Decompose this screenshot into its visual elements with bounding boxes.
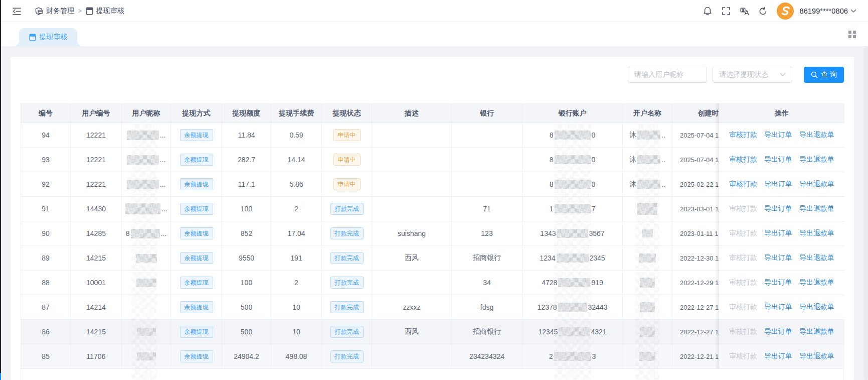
table-row: 9312221...余额提现282.714.14申请中80沐..2025-07-… [21,148,752,172]
cell-fee: 10 [271,295,322,319]
export-refund-link[interactable]: 导出退款单 [799,327,834,336]
cell-bank: 招商银行 [452,320,523,344]
column-header: 开户名称 [623,104,672,122]
column-header: 提现方式 [171,104,222,122]
censored-nickname [136,254,157,263]
account-holder-ellipsis: .. [661,180,665,188]
tab-withdraw-review[interactable]: 提现审核 [19,28,77,46]
cell-nickname [122,344,171,368]
search-icon [811,71,818,78]
cell-bank-account: 23 [523,344,623,368]
export-order-link[interactable]: 导出订单 [764,131,792,140]
bank-account-prefix: 8 [550,180,554,188]
column-header: 银行账户 [523,104,623,122]
cell-nickname [122,271,171,295]
export-refund-link[interactable]: 导出退款单 [799,155,834,164]
cell-status: 打款完成 [322,320,372,344]
withdraw-method-tag: 余额提现 [180,301,213,313]
withdraw-status-tag: 打款完成 [330,252,364,264]
review-payment-link[interactable]: 审核打款 [729,155,757,164]
withdraw-method-tag: 余额提现 [180,326,213,338]
export-order-link[interactable]: 导出订单 [764,303,792,312]
user-avatar[interactable] [777,3,794,20]
cell-account-holder [623,197,672,221]
review-payment-link: 审核打款 [729,254,757,263]
cell-account-holder [623,344,672,368]
review-payment-link[interactable]: 审核打款 [729,180,757,189]
export-refund-link[interactable]: 导出退款单 [799,204,834,213]
breadcrumb-separator: > [78,8,82,15]
censored-nickname [137,328,156,336]
export-refund-link[interactable]: 导出退款单 [799,180,834,189]
censored-bank-account [557,229,588,238]
censored-account-holder [640,327,655,337]
row-id: 87 [42,303,50,311]
account-name[interactable]: 86199****0806 [800,7,848,15]
created-time: 2022-12-30 1 [680,255,719,262]
cell-account-holder [623,246,672,270]
export-refund-link[interactable]: 导出退款单 [799,278,834,287]
user-id: 12221 [86,180,106,188]
menu-fold-icon[interactable] [10,5,23,18]
export-refund-link[interactable]: 导出退款单 [799,229,834,238]
bank-account-suffix: 32443 [588,303,608,311]
censored-account-holder [637,180,660,189]
breadcrumb-item-withdraw-review[interactable]: 提现审核 [86,7,124,16]
censored-bank-account [559,327,590,336]
censored-bank-account [555,131,591,140]
nickname-ellipsis: ... [160,131,166,139]
export-order-link[interactable]: 导出订单 [764,180,792,189]
bank-account-suffix: 0 [592,156,596,164]
account-chevron-down-icon[interactable] [850,9,856,13]
cell-withdraw-method: 余额提现 [171,271,222,295]
export-order-link[interactable]: 导出订单 [764,352,792,361]
cell-actions: 审核打款导出订单导出退款单 [719,320,844,344]
withdraw-fee: 2 [294,279,298,287]
cell-bank: 234234324 [452,344,523,368]
description: 西风 [405,327,419,336]
censored-account-holder [639,254,656,263]
export-refund-link[interactable]: 导出退款单 [799,254,834,263]
export-order-link[interactable]: 导出订单 [764,229,792,238]
cell-bank-account: 13433567 [523,221,623,245]
censored-nickname [137,352,156,360]
export-order-link[interactable]: 导出订单 [764,254,792,263]
translate-language-icon[interactable] [738,5,751,18]
export-order-link[interactable]: 导出订单 [764,278,792,287]
export-order-link[interactable]: 导出订单 [764,155,792,164]
export-order-link[interactable]: 导出订单 [764,327,792,336]
created-time: 2023-03-01 1 [680,205,719,213]
withdraw-amount: 500 [241,303,252,311]
export-refund-link[interactable]: 导出退款单 [799,352,834,361]
censored-account-holder [640,278,655,288]
withdraw-method-tag: 余额提现 [180,154,213,166]
breadcrumb: 财务管理 > 提现审核 [35,7,124,16]
export-refund-link[interactable]: 导出退款单 [799,131,834,140]
refresh-icon[interactable] [757,5,770,18]
cell-actions: 审核打款导出订单导出退款单 [719,246,844,271]
breadcrumb-item-finance[interactable]: 财务管理 [35,7,74,16]
export-refund-link[interactable]: 导出退款单 [799,303,834,312]
bank-name: 71 [483,205,491,213]
vertical-scrollbar[interactable] [864,46,868,380]
cell-actions: 审核打款导出订单导出退款单 [719,148,844,172]
cell-actions: 审核打款导出订单导出退款单 [719,221,844,246]
table-row: 8714214余额提现50010打款完成zzxxzfdsg12378324432… [21,295,752,320]
column-header: 编号 [21,104,71,122]
cell-user-id: 14285 [71,221,122,245]
tab-list-grid-icon[interactable] [848,31,856,38]
cell-bank [452,148,523,172]
withdraw-status-select[interactable]: 请选择提现状态 [713,67,792,83]
notification-bell-icon[interactable] [701,5,714,18]
description: zzxxz [403,303,421,311]
nickname-search-input[interactable]: 请输入用户昵称 [628,67,707,83]
column-header: 用户编号 [71,104,122,122]
content-card: 请输入用户昵称 请选择提现状态 查 询 编号用户编号用户昵称提现方式提现额度提现… [11,57,854,380]
review-payment-link[interactable]: 审核打款 [729,131,757,140]
fullscreen-icon[interactable] [720,5,733,18]
account-holder-prefix: 沐 [629,131,636,140]
censored-nickname [127,131,159,140]
export-order-link[interactable]: 导出订单 [764,204,792,213]
search-button[interactable]: 查 询 [804,67,844,83]
withdraw-fee: 5.86 [289,180,303,188]
